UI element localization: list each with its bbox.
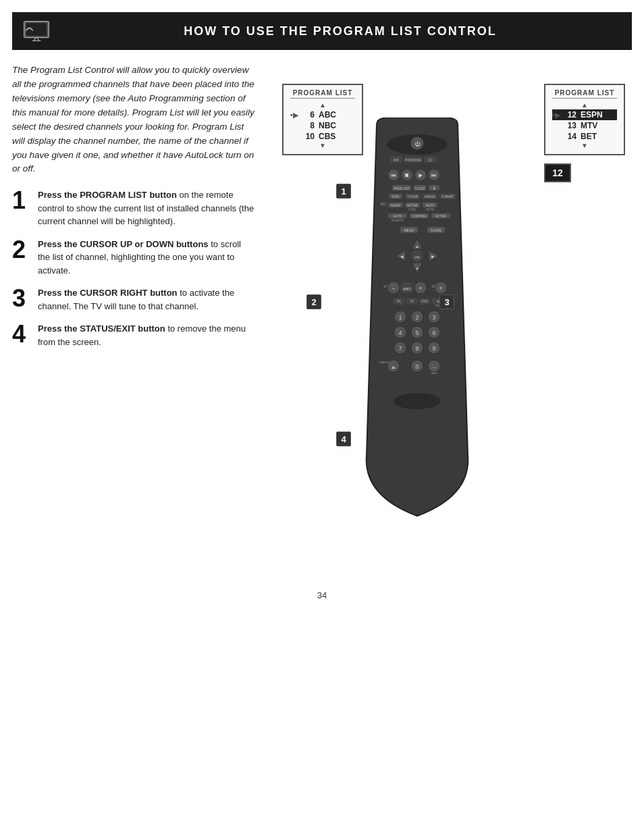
svg-text:⏹: ⏹ xyxy=(404,172,410,178)
program-list-screen-right: PROGRAM LIST ▲ •▶ 12 ESPN 13 MTV xyxy=(544,84,625,182)
svg-text:ACTIVE: ACTIVE xyxy=(435,215,446,218)
svg-point-113 xyxy=(394,393,441,409)
svg-text:DVD: DVD xyxy=(421,300,428,303)
svg-text:▶: ▶ xyxy=(431,255,435,259)
pl-name-10: CBS xyxy=(319,132,355,141)
svg-text:CLOCK: CLOCK xyxy=(414,187,425,190)
step-1-bold: Press the PROGRAM LIST button xyxy=(38,190,177,200)
svg-text:2: 2 xyxy=(415,314,419,321)
program-list-screen-left: PROGRAM LIST ▲ •▶ 6 ABC 8 NBC xyxy=(282,84,363,155)
svg-text:PC: PC xyxy=(397,300,402,303)
step-4: 4 Press the STATUS/EXIT button to remove… xyxy=(12,322,255,348)
svg-text:TV/SUB: TV/SUB xyxy=(407,195,418,199)
intro-text: The Program List Control will allow you … xyxy=(12,63,255,176)
svg-text:▲: ▲ xyxy=(415,244,419,249)
pl-row-6: •▶ 6 ABC xyxy=(290,109,355,120)
pl-box-left: PROGRAM LIST ▲ •▶ 6 ABC 8 NBC xyxy=(282,84,363,155)
pl-title-right: PROGRAM LIST xyxy=(552,89,617,99)
step-1-number: 1 xyxy=(12,188,31,213)
step-1: 1 Press the PROGRAM LIST button on the r… xyxy=(12,188,255,228)
pl-row-13: 13 MTV xyxy=(552,120,617,131)
pl-row-14: 14 BET xyxy=(552,131,617,142)
pl-arrow-right-12: •▶ xyxy=(552,111,562,119)
svg-text:CTRL: CTRL xyxy=(408,208,417,211)
right-column: PROGRAM LIST ▲ •▶ 6 ABC 8 NBC xyxy=(262,63,632,577)
step-3-bold: Press the CURSOR RIGHT button xyxy=(38,288,178,298)
svg-text:SLEEP: SLEEP xyxy=(391,204,401,207)
svg-text:9: 9 xyxy=(432,345,435,352)
svg-text:FORMAT: FORMAT xyxy=(441,195,454,199)
svg-text:⏻: ⏻ xyxy=(414,141,421,147)
svg-text:DVD: DVD xyxy=(392,195,399,199)
svg-text:5: 5 xyxy=(415,330,419,336)
pl-name-6: ABC xyxy=(319,110,355,120)
svg-text:TV: TV xyxy=(410,300,414,303)
svg-text:OK: OK xyxy=(414,255,421,259)
svg-text:PROG LIST: PROG LIST xyxy=(394,187,410,190)
page-header: How to Use the Program List Control xyxy=(12,12,632,50)
step-badge-3: 3 xyxy=(439,294,454,309)
svg-text:GUIDE: GUIDE xyxy=(431,228,442,232)
svg-text:6: 6 xyxy=(432,330,435,336)
svg-text:ASC: ASC xyxy=(380,203,387,206)
page-number: 34 xyxy=(0,583,644,607)
pl-name-8: NBC xyxy=(319,121,355,130)
svg-text:F/F: F/F xyxy=(394,158,399,162)
svg-text:⏸: ⏸ xyxy=(432,186,436,190)
left-column: The Program List Control will allow you … xyxy=(12,63,262,577)
pl-arrow-left-6: •▶ xyxy=(290,111,300,119)
svg-text:⏭: ⏭ xyxy=(431,172,437,178)
svg-text:MUTE: MUTE xyxy=(403,288,412,291)
pl-up-left: ▲ xyxy=(290,101,355,109)
svg-text:⏮: ⏮ xyxy=(391,172,396,178)
svg-text:RANGE: RANGE xyxy=(425,195,435,199)
step-3-text: Press the CURSOR RIGHT button to activat… xyxy=(38,286,255,313)
svg-text:CONTROL: CONTROL xyxy=(412,215,427,218)
step-2: 2 Press the CURSOR UP or DOWN buttons to… xyxy=(12,238,255,278)
svg-text:SEARCH: SEARCH xyxy=(392,219,404,222)
step-4-bold: Press the STATUS/EXIT button xyxy=(38,323,165,334)
page-wrapper: How to Use the Program List Control The … xyxy=(0,12,644,607)
svg-text:◀: ◀ xyxy=(400,255,404,259)
pl-row-10: 10 CBS xyxy=(290,131,355,142)
pl-box-right: PROGRAM LIST ▲ •▶ 12 ESPN 13 MTV xyxy=(544,84,625,155)
main-content: The Program List Control will allow you … xyxy=(0,50,644,583)
pl-ch-6: 6 xyxy=(300,110,319,120)
svg-text:▶: ▶ xyxy=(419,172,423,178)
pl-down-right: ▼ xyxy=(552,142,617,150)
step-badge-2: 2 xyxy=(306,294,321,309)
svg-line-3 xyxy=(37,38,39,41)
pl-ch-10: 10 xyxy=(300,132,319,141)
svg-text:MENU: MENU xyxy=(404,228,414,232)
svg-text:1: 1 xyxy=(398,314,402,321)
pl-name-13: MTV xyxy=(581,121,617,130)
svg-text:CC: CC xyxy=(427,158,433,162)
step-4-text: Press the STATUS/EXIT button to remove t… xyxy=(38,322,255,348)
step-badge-4: 4 xyxy=(336,432,351,446)
svg-text:+: + xyxy=(419,285,422,292)
svg-text:▼: ▼ xyxy=(415,267,419,271)
remote-svg: ⏻ F/F POSITION CC ⏮ ⏹ xyxy=(323,118,512,550)
tv-icon xyxy=(23,18,50,45)
svg-text:DASH: DASH xyxy=(431,372,437,375)
pl-name-12: ESPN xyxy=(581,110,617,120)
svg-text:ACTIVE: ACTIVE xyxy=(407,204,418,207)
pl-row-8: 8 NBC xyxy=(290,120,355,131)
step-3: 3 Press the CURSOR RIGHT button to activ… xyxy=(12,286,255,313)
channel-display-area: 12 xyxy=(544,163,625,182)
svg-text:8: 8 xyxy=(415,345,419,352)
svg-text:AUTO: AUTO xyxy=(394,215,402,218)
step-2-bold: Press the CURSOR UP or DOWN buttons xyxy=(38,239,209,249)
svg-line-2 xyxy=(34,38,36,41)
pl-ch-12: 12 xyxy=(562,110,581,120)
step-3-number: 3 xyxy=(12,286,31,311)
pl-up-right: ▲ xyxy=(552,101,617,109)
svg-text:3: 3 xyxy=(432,314,435,321)
svg-text:AUTO: AUTO xyxy=(426,204,435,207)
svg-text:7: 7 xyxy=(398,345,402,352)
pl-ch-8: 8 xyxy=(300,121,319,130)
pl-ch-13: 13 xyxy=(562,121,581,130)
pl-title-left: PROGRAM LIST xyxy=(290,89,355,99)
remote-control-illustration: ⏻ F/F POSITION CC ⏮ ⏹ xyxy=(323,118,512,552)
svg-text:+: + xyxy=(439,285,442,292)
